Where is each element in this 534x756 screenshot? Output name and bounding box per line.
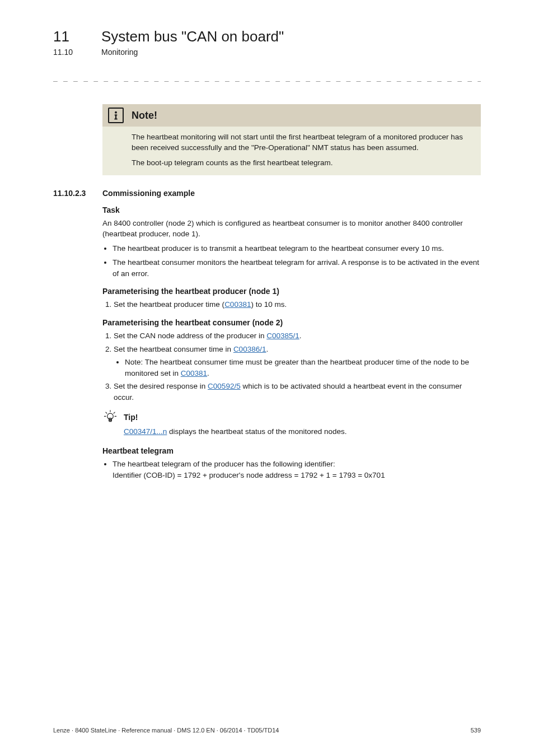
footer-page-number: 539 [471,727,481,734]
consumer-step-1-post: . [299,332,302,340]
tip-text-post: displays the heartbeat status of the mon… [167,427,346,436]
tip-label: Tip! [124,413,138,422]
note-box: Note! The heartbeat monitoring will not … [102,104,481,175]
telegram-line-1: The heartbeat telegram of the producer h… [113,460,335,468]
task-bullet-2: The heartbeat consumer monitors the hear… [113,257,481,279]
telegram-line-2: Identifier (COB-ID) = 1792 + producer's … [113,471,385,479]
consumer-step-1: Set the CAN node address of the producer… [114,330,481,342]
svg-line-5 [106,412,107,413]
chapter-number: 11 [53,28,86,45]
link-c00386-1[interactable]: C00386/1 [233,345,266,353]
subheader-row: 11.10 Monitoring [53,48,481,57]
header-row: 11 System bus "CAN on board" [53,28,481,45]
consumer-heading: Parameterising the heartbeat consumer (n… [102,318,481,327]
section-title: Monitoring [101,48,138,57]
note-paragraph-2: The boot-up telegram counts as the first… [132,158,473,169]
telegram-bullets: The heartbeat telegram of the producer h… [102,459,481,480]
task-intro: An 8400 controller (node 2) which is con… [102,218,481,240]
tip-text: C00347/1...n displays the heartbeat stat… [124,426,481,437]
task-heading: Task [102,206,481,214]
producer-heading: Parameterising the heartbeat producer (n… [102,287,481,296]
task-bullets: The heartbeat producer is to transmit a … [102,243,481,279]
consumer-step-2-sub: Note: The heartbeat consumer time must b… [114,357,481,379]
tip-row: Tip! [102,409,481,425]
link-c00385-1[interactable]: C00385/1 [266,332,299,340]
producer-step-1: Set the heartbeat producer time (C00381)… [114,299,481,310]
consumer-step-3: Set the desired response in C00592/5 whi… [114,381,481,403]
consumer-step-1-pre: Set the CAN node address of the producer… [114,332,266,340]
link-c00381-b[interactable]: C00381 [181,369,207,377]
producer-steps: Set the heartbeat producer time (C00381)… [102,299,481,310]
svg-rect-3 [114,119,117,120]
producer-step-1-post: ) to 10 ms. [251,300,287,309]
note-body: The heartbeat monitoring will not start … [102,127,481,175]
footer-left: Lenze · 8400 StateLine · Reference manua… [53,727,279,734]
consumer-step-2-note-pre: Note: The heartbeat consumer time must b… [125,358,469,377]
producer-step-1-pre: Set the heartbeat producer time ( [114,300,224,309]
link-c00381-a[interactable]: C00381 [224,300,251,309]
page: 11 System bus "CAN on board" 11.10 Monit… [0,0,534,756]
consumer-step-2-post: . [266,345,268,353]
consumer-steps: Set the CAN node address of the producer… [102,330,481,403]
note-title: Note! [132,110,157,122]
note-paragraph-1: The heartbeat monitoring will not start … [132,132,473,153]
subsection-heading-row: 11.10.2.3 Commissioning example [53,189,481,198]
subsection-title: Commissioning example [102,189,195,198]
chapter-title: System bus "CAN on board" [101,28,284,45]
page-footer: Lenze · 8400 StateLine · Reference manua… [53,727,481,734]
telegram-heading: Heartbeat telegram [102,446,481,455]
consumer-step-3-pre: Set the desired response in [114,382,208,390]
consumer-step-2-note: Note: The heartbeat consumer time must b… [125,357,481,379]
divider-dashes: _ _ _ _ _ _ _ _ _ _ _ _ _ _ _ _ _ _ _ _ … [53,73,481,82]
subsection-number: 11.10.2.3 [53,189,91,198]
lightbulb-icon [102,409,118,425]
telegram-bullet-1: The heartbeat telegram of the producer h… [113,459,481,480]
link-c00592-5[interactable]: C00592/5 [208,382,241,390]
svg-rect-2 [115,115,116,119]
link-c00347[interactable]: C00347/1...n [124,427,167,436]
consumer-step-2-note-post: . [207,369,209,377]
note-header: Note! [102,104,481,127]
info-icon [108,108,124,123]
task-bullet-1: The heartbeat producer is to transmit a … [113,243,481,254]
consumer-step-2-pre: Set the heartbeat consumer time in [114,345,233,353]
consumer-step-2: Set the heartbeat consumer time in C0038… [114,344,481,379]
content-area: Note! The heartbeat monitoring will not … [53,104,481,480]
section-number: 11.10 [53,48,86,57]
svg-line-6 [114,412,115,413]
svg-point-0 [115,111,117,114]
